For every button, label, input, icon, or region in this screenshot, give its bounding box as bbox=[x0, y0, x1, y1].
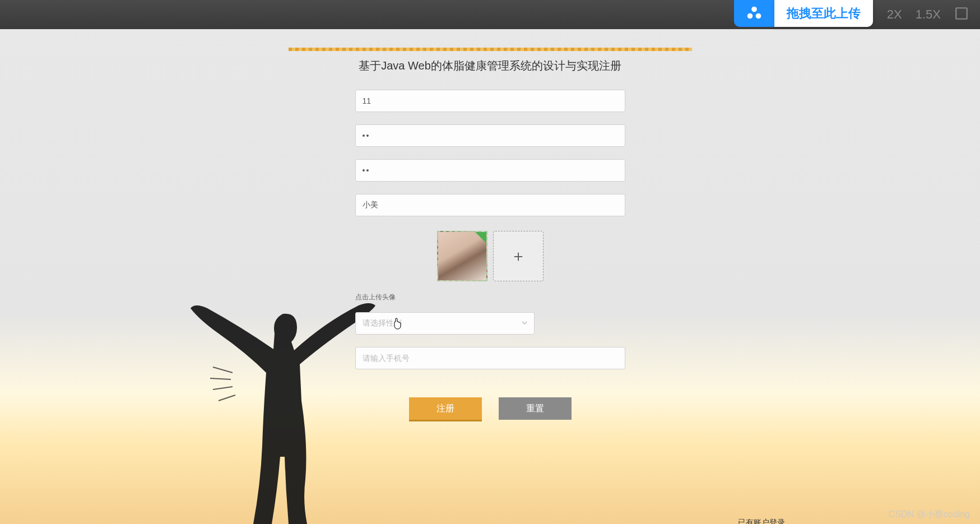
svg-point-3 bbox=[756, 13, 761, 19]
svg-rect-0 bbox=[956, 8, 967, 19]
zoom-1-5x[interactable]: 1.5X bbox=[916, 7, 941, 22]
svg-line-4 bbox=[213, 367, 233, 373]
svg-line-7 bbox=[219, 395, 235, 401]
avatar-upload-row: ＋ bbox=[355, 231, 625, 281]
password-field[interactable] bbox=[355, 124, 625, 147]
gender-placeholder: 请选择性别 bbox=[363, 318, 402, 328]
username-field[interactable] bbox=[355, 90, 625, 112]
register-button[interactable]: 注册 bbox=[409, 397, 482, 420]
nickname-field[interactable] bbox=[355, 194, 625, 216]
gender-select[interactable]: 请选择性别 bbox=[355, 312, 535, 335]
gender-select-wrap: 请选择性别 bbox=[355, 312, 535, 335]
svg-point-1 bbox=[751, 7, 757, 12]
svg-point-2 bbox=[747, 13, 753, 19]
decorative-top-border bbox=[289, 48, 692, 51]
watermark: CSDN @小蔡coding bbox=[889, 509, 970, 521]
add-avatar-button[interactable]: ＋ bbox=[493, 231, 544, 281]
upload-drag-badge[interactable]: 拖拽至此上传 bbox=[734, 0, 873, 27]
chevron-down-icon bbox=[521, 318, 528, 328]
phone-field[interactable] bbox=[355, 347, 625, 369]
fullscreen-icon[interactable] bbox=[954, 6, 969, 24]
zoom-2x[interactable]: 2X bbox=[887, 7, 902, 22]
upload-drag-label: 拖拽至此上传 bbox=[774, 0, 873, 27]
registration-form: ＋ 点击上传头像 请选择性别 注册 重置 已有账户登录 bbox=[355, 90, 625, 420]
plus-icon: ＋ bbox=[510, 245, 526, 267]
reset-button[interactable]: 重置 bbox=[499, 397, 572, 420]
login-link[interactable]: 已有账户登录 bbox=[738, 518, 785, 524]
confirm-password-field[interactable] bbox=[355, 159, 625, 182]
svg-line-5 bbox=[210, 378, 231, 379]
cloud-share-icon bbox=[734, 0, 774, 27]
avatar-thumbnail[interactable] bbox=[437, 231, 487, 281]
button-row: 注册 重置 已有账户登录 bbox=[355, 397, 625, 420]
svg-line-6 bbox=[213, 387, 233, 389]
upload-hint-label: 点击上传头像 bbox=[355, 293, 625, 302]
page-title: 基于Java Web的体脂健康管理系统的设计与实现注册 bbox=[359, 58, 621, 73]
